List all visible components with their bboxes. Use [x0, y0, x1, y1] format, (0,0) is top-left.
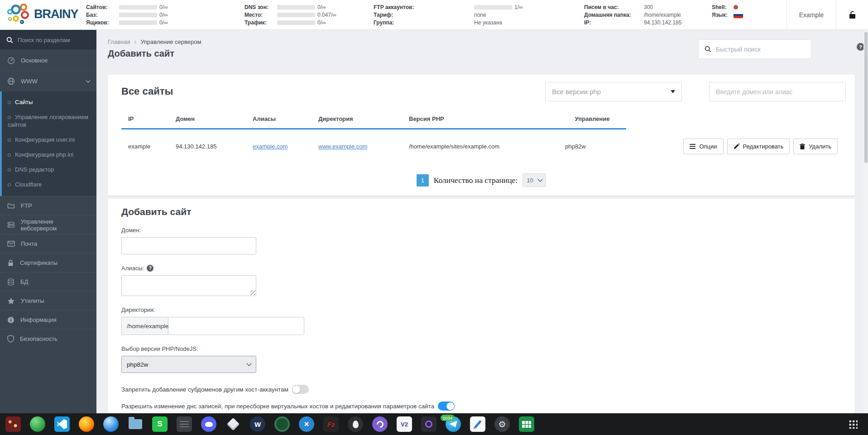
session-lock-button[interactable] [837, 0, 868, 29]
taskbar-app-wine-icon[interactable] [4, 415, 22, 433]
taskbar-app-v2rayn-icon[interactable]: V2 [395, 415, 413, 433]
bullet-icon [8, 116, 11, 119]
account-menu-button[interactable]: Example [786, 0, 836, 29]
russian-flag-icon[interactable] [734, 12, 743, 18]
sidebar-item-information[interactable]: Информация [0, 310, 96, 329]
sidebar-subitem-site-logging[interactable]: Управление логированием сайтов [2, 110, 96, 132]
scrollbar-thumb[interactable] [864, 32, 868, 163]
shield-icon [7, 335, 14, 343]
sidebar-subitem-label: Управление логированием сайтов [8, 114, 88, 128]
options-button[interactable]: Опции [683, 139, 723, 154]
sidebar-item-utilities[interactable]: Утилиты [0, 291, 96, 310]
taskbar-app-green-orb-icon[interactable] [29, 415, 47, 433]
aliases-help-icon[interactable] [147, 265, 153, 272]
show-apps-grid-icon[interactable] [844, 415, 862, 433]
per-page-select[interactable]: 10 [523, 173, 546, 187]
all-sites-card: Все сайты Все версии php IP Домен Алиасы… [108, 75, 855, 196]
sidebar-subitem-sites[interactable]: Сайты [2, 95, 96, 110]
taskbar-app-viber-icon[interactable] [371, 415, 389, 433]
aliases-textarea[interactable] [121, 275, 256, 296]
sidebar-search[interactable] [0, 30, 96, 50]
breadcrumb-home[interactable]: Главная [108, 38, 130, 45]
stat-value: 94.130.142.185 [644, 19, 681, 26]
domain-field-label: Домен: [121, 227, 841, 234]
sidebar-item-webserver[interactable]: Управление вебсервером [0, 215, 96, 234]
taskbar-app-file-manager-icon[interactable] [126, 415, 144, 433]
stat-label: Место: [245, 12, 277, 18]
taskbar-app-purple-ring-icon[interactable] [420, 415, 438, 433]
taskbar-app-filezilla-icon[interactable]: Fz [322, 415, 340, 433]
taskbar-app-egg-icon[interactable] [346, 415, 364, 433]
page-scrollbar[interactable] [863, 30, 868, 413]
alias-link[interactable]: example.com [253, 143, 288, 150]
sidebar-item-certificates[interactable]: Сертификаты [0, 253, 96, 272]
dns-toggle[interactable] [438, 402, 455, 411]
star-icon [7, 297, 15, 305]
sidebar-item-www[interactable]: WWW [0, 71, 96, 91]
stat-value: 0/∞ [159, 19, 168, 26]
chevron-down-icon [86, 80, 91, 83]
directory-input[interactable] [168, 317, 304, 335]
stat-label: Домашняя папка: [584, 12, 644, 18]
sidebar-item-mail[interactable]: Почта [0, 234, 96, 253]
quick-search[interactable] [698, 39, 811, 59]
subdomains-toggle[interactable] [292, 385, 309, 394]
taskbar-app-text-editor-icon[interactable] [469, 415, 487, 433]
domain-input[interactable] [121, 237, 256, 254]
stat-value: Не указана [474, 19, 502, 26]
taskbar-app-blue-x-icon[interactable] [297, 415, 316, 433]
directory-field-label: Директория: [121, 306, 841, 313]
column-header-empty [626, 111, 841, 129]
stat-value: 0/∞ [317, 19, 326, 26]
domain-filter-input[interactable] [709, 82, 846, 101]
directory-input-group: /home/example/ [121, 317, 841, 335]
edit-button[interactable]: Редактировать [727, 139, 790, 154]
taskbar-app-green-s-icon[interactable]: S [151, 415, 169, 433]
sidebar-subitem-user-ini[interactable]: Конфигурация user.ini [2, 132, 96, 147]
taskbar-app-calc-icon[interactable] [518, 415, 536, 433]
taskbar-app-wiki-icon[interactable]: W [249, 415, 267, 433]
delete-button[interactable]: Удалить [793, 139, 838, 154]
stat-label: Трафик: [245, 19, 277, 26]
sidebar-item-security[interactable]: Безопасность [0, 329, 96, 348]
usage-bar [277, 5, 315, 10]
sidebar-item-label: Управление вебсервером [21, 218, 90, 232]
taskbar-app-firefox-icon[interactable] [77, 415, 96, 433]
php-version-filter-select[interactable]: Все версии php [545, 82, 682, 101]
header-divider [80, 0, 81, 29]
logo-text: BRAINY [34, 7, 78, 21]
sidebar: Основное WWW Сайты Управление логировани… [0, 30, 96, 413]
sidebar-subitem-php-ini[interactable]: Конфигурация php.ini [2, 147, 96, 162]
brainy-logo[interactable]: BRAINY [7, 3, 78, 25]
quick-search-input[interactable] [716, 46, 797, 53]
resize-grip-icon[interactable] [250, 290, 255, 295]
bullet-icon [8, 101, 11, 104]
usage-bar [119, 20, 157, 25]
pagination: 1 Количество на странице: 10 [121, 173, 841, 187]
sidebar-subitem-cloudflare[interactable]: Cloudflare [2, 177, 96, 192]
taskbar-app-vscode-icon[interactable] [53, 415, 71, 433]
www-alias-link[interactable]: www.example.com [318, 143, 367, 150]
cell-site-www-alias: www.example.com [312, 129, 402, 163]
sidebar-item-databases[interactable]: БД [0, 272, 96, 291]
taskbar-app-dark-green-icon[interactable] [273, 415, 291, 433]
sidebar-subitem-label: Конфигурация php.ini [15, 151, 73, 158]
sidebar-search-input[interactable] [18, 37, 86, 43]
stat-label: Сайтов: [86, 4, 119, 10]
bullet-icon [8, 183, 11, 186]
stat-value: /home/example [644, 12, 681, 18]
taskbar-app-discord-icon[interactable] [200, 415, 218, 433]
breadcrumb-current: Управление сервером [140, 38, 201, 45]
taskbar-app-settings-icon[interactable] [493, 415, 511, 433]
taskbar-app-telegram-icon[interactable]: 5034 [444, 415, 462, 433]
main-content: Главная › Управление сервером Добавить с… [96, 30, 868, 413]
page-number-button[interactable]: 1 [417, 174, 429, 186]
taskbar-app-browser-sphere-icon[interactable] [102, 415, 120, 433]
sidebar-item-main[interactable]: Основное [0, 50, 96, 71]
top-header: BRAINY Сайтов:0/∞ Баз:0/∞ Ящиков:0/∞ DNS… [0, 0, 868, 30]
sidebar-subitem-dns-editor[interactable]: DNS редактор [2, 162, 96, 177]
taskbar-app-diamond-icon[interactable] [224, 415, 242, 433]
php-version-select[interactable]: php82w [121, 356, 256, 373]
taskbar-app-notes-icon[interactable] [175, 415, 193, 433]
sidebar-item-ftp[interactable]: FTP [0, 196, 96, 215]
